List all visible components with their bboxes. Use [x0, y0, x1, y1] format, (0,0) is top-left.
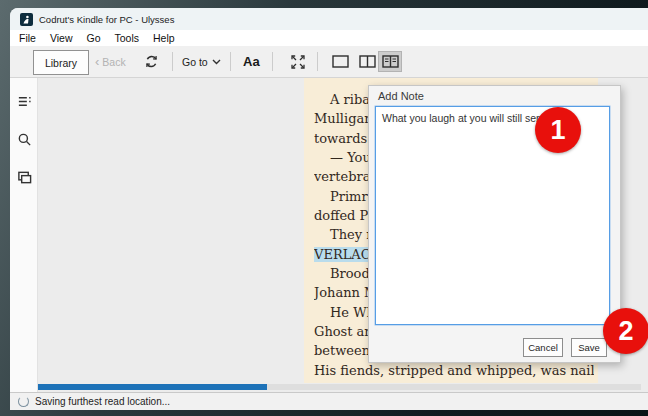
- toolbar-divider: [230, 52, 231, 71]
- window-title: Codrut's Kindle for PC - Ulysses: [39, 14, 174, 25]
- goto-chevron-down-icon: [212, 59, 221, 65]
- library-button[interactable]: Library: [33, 50, 89, 75]
- status-message: Saving furthest read location...: [35, 396, 170, 407]
- save-button-label: Save: [578, 342, 600, 353]
- goto-label: Go to: [182, 56, 208, 68]
- menu-item-file[interactable]: File: [12, 32, 43, 44]
- note-text-value: What you laugh at you will still serve.: [382, 112, 554, 124]
- screenshot-stage: Codrut's Kindle for PC - Ulysses FileVie…: [0, 0, 648, 416]
- annotation-step-1-badge: 1: [535, 107, 581, 153]
- notes-cards-icon[interactable]: [17, 170, 32, 185]
- kindle-icon: [20, 13, 33, 26]
- left-sidebar: [10, 78, 38, 392]
- menu-item-view[interactable]: View: [43, 32, 80, 44]
- reading-progress-bar[interactable]: [38, 384, 641, 390]
- notebook-view-icon: [382, 55, 399, 68]
- status-bar: Saving furthest read location...: [10, 392, 648, 410]
- back-button-label: Back: [102, 56, 125, 68]
- refresh-icon: [144, 54, 159, 69]
- two-page-view-button[interactable]: [355, 46, 379, 77]
- single-page-view-button[interactable]: [328, 46, 352, 77]
- menu-item-tools[interactable]: Tools: [108, 32, 147, 44]
- search-icon[interactable]: [17, 132, 32, 147]
- chevron-left-icon: ‹: [95, 55, 99, 68]
- dialog-title: Add Note: [378, 90, 424, 102]
- toolbar-divider: [317, 52, 318, 71]
- cancel-button[interactable]: Cancel: [523, 338, 563, 357]
- fullscreen-button[interactable]: [288, 46, 308, 77]
- sync-button[interactable]: [140, 46, 162, 77]
- single-page-view-icon: [332, 55, 349, 68]
- goto-dropdown[interactable]: Go to: [182, 46, 221, 77]
- book-text-line: His fiends, stripped and whipped, was na…: [314, 361, 594, 380]
- cancel-button-label: Cancel: [528, 342, 558, 353]
- annotation-step-2-badge: 2: [603, 308, 648, 354]
- reading-progress-fill: [38, 384, 267, 390]
- toolbar-divider: [172, 52, 173, 71]
- spinner-icon: [18, 396, 29, 407]
- library-button-label: Library: [45, 57, 77, 69]
- font-settings-label: Aa: [243, 54, 260, 69]
- menu-item-go[interactable]: Go: [80, 32, 108, 44]
- notebook-view-button[interactable]: [378, 51, 402, 72]
- menu-bar: FileViewGoToolsHelp: [10, 30, 648, 46]
- font-settings-button[interactable]: Aa: [243, 46, 260, 77]
- back-button[interactable]: ‹ Back: [95, 46, 126, 77]
- table-of-contents-icon[interactable]: [17, 94, 32, 109]
- add-note-dialog: Add Note What you laugh at you will stil…: [368, 85, 621, 363]
- save-button[interactable]: Save: [571, 338, 607, 357]
- toolbar: Library ‹ Back Go to: [10, 46, 648, 78]
- toolbar-divider: [272, 52, 273, 71]
- fullscreen-icon: [291, 55, 305, 69]
- two-page-view-icon: [359, 55, 376, 68]
- menu-item-help[interactable]: Help: [146, 32, 182, 44]
- title-bar: Codrut's Kindle for PC - Ulysses: [10, 8, 648, 30]
